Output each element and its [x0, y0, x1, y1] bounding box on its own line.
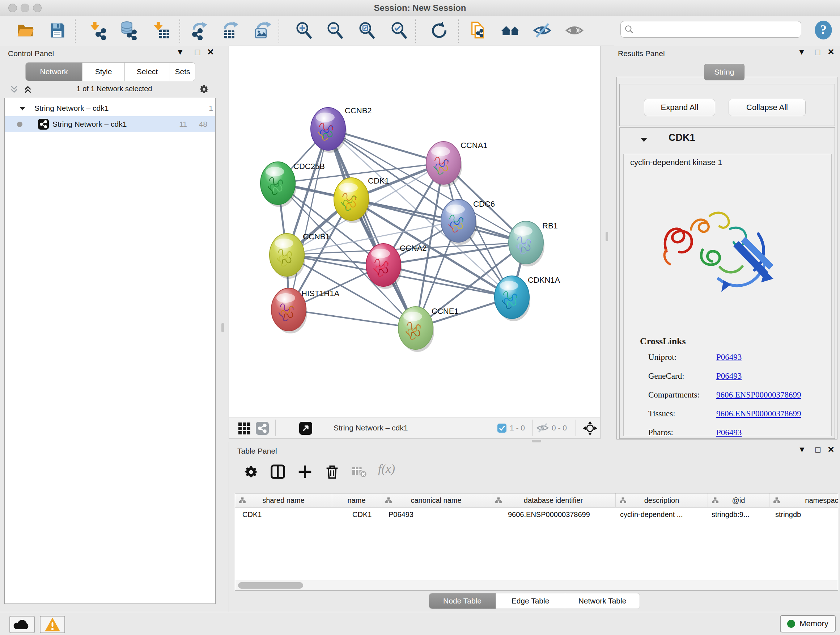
- network-edge[interactable]: [351, 199, 526, 242]
- table-panel-menu-icon[interactable]: ▼: [797, 445, 807, 455]
- detach-view-icon[interactable]: [299, 422, 312, 435]
- control-panel-menu-icon[interactable]: ▼: [175, 47, 185, 57]
- tab-style[interactable]: Style: [82, 63, 125, 81]
- network-graph[interactable]: CCNB2CCNA1CDC25BCDK1CDC6RB1CCNB1CCNA2CDK…: [229, 46, 600, 417]
- column-header-name[interactable]: name: [332, 494, 381, 507]
- network-node-CCNB2[interactable]: [311, 108, 347, 153]
- network-node-CDK1[interactable]: [334, 178, 370, 223]
- expand-all-button[interactable]: Expand All: [644, 99, 715, 116]
- column-header-description[interactable]: description: [616, 494, 708, 507]
- control-panel-float-icon[interactable]: □: [193, 47, 202, 57]
- network-options-gear-icon[interactable]: [198, 83, 210, 95]
- network-node-CDC6[interactable]: [441, 200, 477, 245]
- zoom-selected-icon[interactable]: [390, 21, 409, 40]
- table-horizontal-scrollbar[interactable]: [235, 580, 838, 591]
- column-header-shared-name[interactable]: shared name: [235, 494, 332, 507]
- column-header-canonical-name[interactable]: canonical name: [381, 494, 491, 507]
- export-network-icon[interactable]: [190, 21, 209, 40]
- import-network-file-icon[interactable]: [88, 21, 107, 40]
- results-panel-close-icon[interactable]: ×: [826, 47, 836, 57]
- column-header-id[interactable]: @id: [708, 494, 769, 507]
- hide-unhide-icon[interactable]: [533, 21, 552, 40]
- selected-checkbox-icon[interactable]: [497, 424, 507, 432]
- hidden-eye-icon[interactable]: [537, 423, 549, 433]
- grid-view-icon[interactable]: [238, 422, 251, 435]
- horizontal-splitter-handle[interactable]: [532, 440, 541, 442]
- tab-select[interactable]: Select: [125, 63, 170, 81]
- tab-network-table[interactable]: Network Table: [565, 593, 639, 608]
- import-network-database-icon[interactable]: [119, 21, 138, 40]
- apply-layout-icon[interactable]: [430, 21, 448, 40]
- results-panel-menu-icon[interactable]: ▼: [797, 47, 807, 57]
- collection-expand-icon[interactable]: [19, 106, 26, 111]
- tab-network[interactable]: Network: [26, 63, 82, 81]
- network-edge[interactable]: [289, 129, 328, 310]
- paste-style-icon[interactable]: [469, 21, 488, 40]
- table-options-gear-icon[interactable]: [243, 463, 259, 480]
- show-graphics-details-icon[interactable]: [565, 21, 584, 40]
- tree-column-icon: [495, 497, 502, 504]
- delete-table-icon-disabled[interactable]: [351, 463, 367, 480]
- network-node-CDC25B[interactable]: [261, 162, 296, 207]
- scrollbar-thumb[interactable]: [238, 582, 303, 589]
- column-header-namespace[interactable]: namespace: [769, 494, 838, 507]
- open-session-icon[interactable]: [16, 21, 35, 40]
- tab-sets[interactable]: Sets: [170, 63, 195, 81]
- network-row-selected[interactable]: String Network – cdk1 11 48: [5, 116, 215, 132]
- home-networks-icon[interactable]: [501, 21, 520, 40]
- table-panel-close-icon[interactable]: ×: [826, 445, 836, 455]
- network-canvas[interactable]: CCNB2CCNA1CDC25BCDK1CDC6RB1CCNB1CCNA2CDK…: [229, 46, 600, 417]
- network-node-CDKN1A[interactable]: [494, 276, 531, 321]
- crosslink-genecard-link[interactable]: P06493: [716, 371, 742, 381]
- add-column-icon[interactable]: [297, 463, 313, 480]
- help-icon[interactable]: ?: [813, 20, 833, 40]
- right-splitter-handle[interactable]: [606, 232, 608, 241]
- collapse-all-button[interactable]: Collapse All: [729, 99, 806, 116]
- column-label: database identifier: [524, 496, 583, 505]
- birds-eye-crosshair-icon[interactable]: [582, 420, 598, 436]
- function-builder-icon-disabled[interactable]: f(x): [378, 462, 411, 480]
- network-node-CCNB1[interactable]: [270, 233, 305, 279]
- network-node-CCNE1[interactable]: [398, 307, 434, 352]
- control-panel-close-icon[interactable]: ×: [205, 47, 216, 57]
- cloud-status-button[interactable]: [9, 616, 35, 633]
- results-panel-float-icon[interactable]: □: [813, 47, 823, 57]
- cell-name: CDK1: [332, 508, 381, 521]
- crosslink-compartments-link[interactable]: 9606.ENSP00000378699: [716, 390, 801, 400]
- toolbar-separator: [180, 19, 180, 43]
- memory-button[interactable]: Memory: [780, 615, 836, 632]
- crosslink-tissues-link[interactable]: 9606.ENSP00000378699: [716, 409, 801, 418]
- network-edge[interactable]: [328, 129, 416, 328]
- protein-collapse-icon[interactable]: [640, 137, 647, 143]
- crosslink-uniprot-link[interactable]: P06493: [716, 353, 742, 362]
- network-node-RB1[interactable]: [508, 221, 545, 266]
- column-header-database-identifier[interactable]: database identifier: [491, 494, 616, 507]
- export-image-icon[interactable]: [253, 21, 272, 40]
- delete-column-trash-icon[interactable]: [324, 463, 340, 480]
- tab-edge-table[interactable]: Edge Table: [496, 593, 565, 608]
- table-row[interactable]: CDK1 CDK1 P06493 9606.ENSP00000378699 cy…: [235, 508, 838, 521]
- network-collection-row[interactable]: String Network – cdk1 1: [5, 100, 215, 116]
- crosslink-pharos-link[interactable]: P06493: [716, 428, 742, 437]
- show-columns-icon[interactable]: [270, 463, 286, 480]
- memory-label: Memory: [799, 619, 828, 629]
- network-edge[interactable]: [289, 310, 416, 328]
- warning-status-button[interactable]: [40, 616, 65, 633]
- tab-node-table[interactable]: Node Table: [429, 593, 496, 608]
- tab-string-results[interactable]: String: [704, 64, 745, 80]
- import-table-icon[interactable]: [151, 21, 170, 40]
- cell-namespace: stringdb: [769, 508, 838, 521]
- network-node-label-CDKN1A: CDKN1A: [528, 276, 561, 285]
- search-input[interactable]: [634, 25, 797, 34]
- export-table-icon[interactable]: [221, 21, 240, 40]
- network-node-CCNA1[interactable]: [426, 141, 462, 187]
- network-node-label-CCNB2: CCNB2: [345, 106, 372, 115]
- zoom-fit-icon[interactable]: [357, 21, 376, 40]
- network-view-share-icon[interactable]: [256, 422, 269, 435]
- zoom-in-icon[interactable]: [294, 21, 313, 40]
- zoom-out-icon[interactable]: [325, 21, 344, 40]
- toolbar-search-field[interactable]: [621, 21, 801, 38]
- left-splitter-handle[interactable]: [221, 323, 224, 333]
- save-session-icon[interactable]: [48, 21, 66, 40]
- table-panel-float-icon[interactable]: □: [813, 445, 823, 455]
